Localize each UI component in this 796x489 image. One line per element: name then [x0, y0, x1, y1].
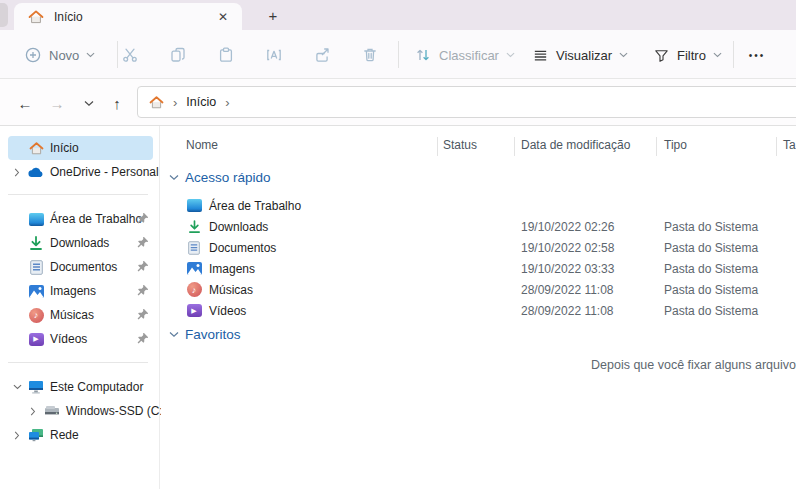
- trash-icon: [361, 46, 379, 64]
- column-header-nome[interactable]: Nome: [186, 138, 218, 152]
- chevron-down-icon: [8, 384, 26, 390]
- pin-icon: [136, 260, 149, 273]
- home-icon: [149, 95, 164, 110]
- sidebar-item-videos[interactable]: ▶ Vídeos: [8, 327, 153, 351]
- onedrive-cloud-icon: [26, 167, 46, 178]
- sidebar-item-label: Este Computador: [50, 380, 153, 394]
- file-row-documentos[interactable]: Documentos 19/10/2022 02:58 Pasta do Sis…: [177, 237, 792, 258]
- desktop-icon: [186, 198, 202, 214]
- desktop-icon: [26, 213, 46, 226]
- sidebar-divider: [8, 194, 148, 195]
- rename-icon: [265, 46, 283, 64]
- column-header-tamanho[interactable]: Ta: [783, 138, 796, 152]
- drive-icon: [42, 405, 62, 417]
- breadcrumb-inicio[interactable]: Início: [186, 95, 216, 109]
- copy-icon: [169, 46, 187, 64]
- toolbar-divider: [398, 41, 399, 68]
- section-favoritos[interactable]: Favoritos: [169, 327, 241, 342]
- sidebar-item-inicio[interactable]: Início: [8, 136, 153, 160]
- chevron-right-icon: [24, 407, 42, 416]
- copy-button[interactable]: [162, 39, 194, 71]
- forward-button[interactable]: →: [43, 91, 71, 115]
- column-divider[interactable]: [437, 137, 438, 156]
- documents-icon: [26, 260, 46, 275]
- tab-strip: Início ✕ +: [0, 0, 796, 30]
- file-list-pane: Nome Status Data de modificação Tipo Ta …: [161, 126, 796, 489]
- cut-icon: [121, 46, 139, 64]
- sidebar-item-label: OneDrive - Personal: [50, 165, 159, 179]
- column-divider[interactable]: [656, 137, 657, 156]
- share-icon: [313, 46, 331, 64]
- sidebar-item-imagens[interactable]: Imagens: [8, 279, 153, 303]
- column-header-status[interactable]: Status: [443, 138, 477, 152]
- recent-locations-chevron[interactable]: [75, 91, 103, 115]
- sort-button[interactable]: Classificar: [406, 39, 523, 71]
- paste-icon: [217, 46, 235, 64]
- column-header-tipo[interactable]: Tipo: [664, 138, 687, 152]
- tab-close-icon[interactable]: ✕: [212, 7, 234, 27]
- address-bar[interactable]: › Início ›: [137, 86, 796, 118]
- paste-button[interactable]: [210, 39, 242, 71]
- music-icon: ♪: [186, 282, 202, 298]
- delete-button[interactable]: [354, 39, 386, 71]
- videos-icon: ▶: [26, 333, 46, 346]
- sidebar-divider: [8, 362, 148, 363]
- pictures-icon: [186, 261, 202, 277]
- up-button[interactable]: ↑: [103, 91, 131, 115]
- view-label: Visualizar: [556, 48, 612, 63]
- sidebar-item-label: Rede: [50, 428, 153, 442]
- sidebar-item-rede[interactable]: Rede: [8, 423, 153, 447]
- window-edge-fragment: [0, 3, 8, 27]
- tab-inicio[interactable]: Início ✕: [14, 3, 242, 30]
- sidebar-item-downloads[interactable]: Downloads: [8, 231, 153, 255]
- filter-label: Filtro: [677, 48, 706, 63]
- share-button[interactable]: [306, 39, 338, 71]
- sort-icon: [414, 46, 432, 64]
- column-divider[interactable]: [514, 137, 515, 156]
- view-button[interactable]: Visualizar: [524, 39, 636, 71]
- sidebar-item-documentos[interactable]: Documentos: [8, 255, 153, 279]
- chevron-down-icon: [86, 52, 95, 58]
- column-header-data[interactable]: Data de modificação: [521, 138, 630, 152]
- chevron-down-icon: [713, 52, 722, 58]
- file-row-imagens[interactable]: Imagens 19/10/2022 03:33 Pasta do Sistem…: [177, 258, 792, 279]
- chevron-down-icon: [169, 331, 179, 338]
- section-label: Acesso rápido: [185, 170, 271, 185]
- section-acesso-rapido[interactable]: Acesso rápido: [169, 170, 271, 185]
- network-icon: [26, 428, 46, 442]
- new-tab-button[interactable]: +: [256, 4, 290, 27]
- sidebar-item-label: Início: [50, 141, 153, 155]
- file-row-downloads[interactable]: Downloads 19/10/2022 02:26 Pasta do Sist…: [177, 216, 792, 237]
- chevron-right-icon: [8, 431, 26, 440]
- downloads-icon: [186, 219, 202, 235]
- new-item-button[interactable]: Novo: [16, 39, 103, 71]
- pin-icon: [136, 308, 149, 321]
- navigation-bar: ← → ↑ › Início ›: [0, 79, 796, 126]
- filter-button[interactable]: Filtro: [645, 39, 730, 71]
- view-list-icon: [532, 47, 549, 64]
- pin-icon: [136, 284, 149, 297]
- plus-circle-icon: [24, 46, 42, 64]
- sidebar-item-windows-ssd[interactable]: Windows-SSD (C:): [8, 399, 153, 423]
- column-divider[interactable]: [776, 137, 777, 156]
- sidebar-item-area-de-trabalho[interactable]: Área de Trabalho: [8, 207, 153, 231]
- favoritos-empty-message: Depois que você fixar alguns arquivos,: [591, 358, 796, 372]
- cut-button[interactable]: [114, 39, 146, 71]
- back-button[interactable]: ←: [11, 91, 39, 115]
- sidebar-item-musicas[interactable]: ♪ Músicas: [8, 303, 153, 327]
- file-row-musicas[interactable]: ♪ Músicas 28/09/2022 11:08 Pasta do Sist…: [177, 279, 792, 300]
- more-options-button[interactable]: •••: [741, 39, 773, 71]
- home-icon: [26, 141, 46, 156]
- pictures-icon: [26, 285, 46, 298]
- new-item-label: Novo: [49, 48, 79, 63]
- file-explorer-window: Início ✕ + Novo: [0, 0, 796, 489]
- pin-icon: [136, 236, 149, 249]
- home-icon: [28, 9, 44, 25]
- file-row-videos[interactable]: ▶ Vídeos 28/09/2022 11:08 Pasta do Siste…: [177, 300, 792, 321]
- chevron-right-icon: [8, 168, 26, 177]
- rename-button[interactable]: [258, 39, 290, 71]
- file-row-area-de-trabalho[interactable]: Área de Trabalho: [177, 195, 792, 216]
- sidebar-item-este-computador[interactable]: Este Computador: [8, 375, 153, 399]
- sidebar-item-onedrive[interactable]: OneDrive - Personal: [8, 160, 153, 184]
- chevron-down-icon: [619, 52, 628, 58]
